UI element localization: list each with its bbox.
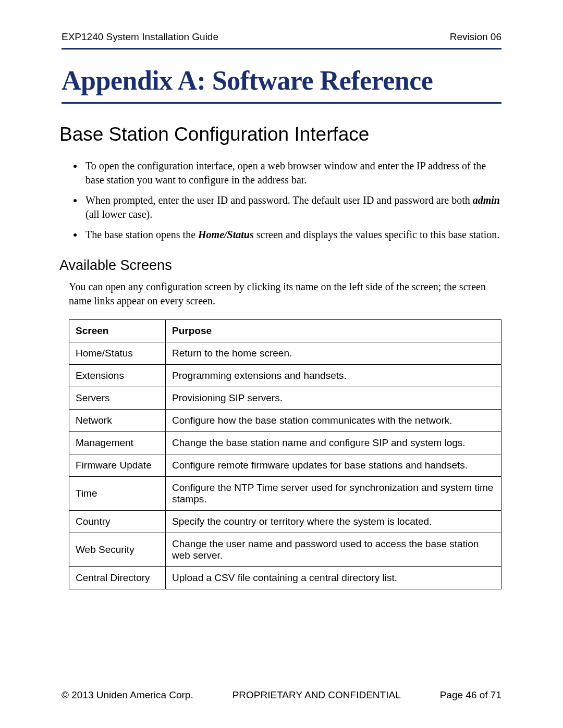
cell-purpose: Provisioning SIP servers.	[166, 387, 501, 410]
page-footer: © 2013 Uniden America Corp. PROPRIETARY …	[62, 689, 501, 701]
bullet-text: The base station opens the	[85, 229, 198, 240]
cell-purpose: Change the base station name and configu…	[166, 432, 501, 454]
col-header-screen: Screen	[69, 320, 166, 342]
header-rule	[62, 48, 501, 50]
bullet-text: (all lower case).	[85, 208, 152, 220]
cell-screen: Management	[69, 432, 166, 454]
footer-copyright: © 2013 Uniden America Corp.	[62, 689, 193, 701]
list-item: When prompted, enter the user ID and pas…	[83, 193, 501, 221]
doc-title: EXP1240 System Installation Guide	[62, 31, 218, 43]
bullet-list: To open the configuration interface, ope…	[62, 159, 501, 242]
list-item: To open the configuration interface, ope…	[83, 159, 501, 187]
screens-table: Screen Purpose Home/StatusReturn to the …	[69, 319, 501, 589]
bullet-text: When prompted, enter the user ID and pas…	[85, 194, 473, 206]
section-heading: Base Station Configuration Interface	[59, 124, 501, 145]
bullet-text: screen and displays the values specific …	[254, 229, 500, 240]
table-row: CountrySpecify the country or territory …	[69, 511, 501, 533]
cell-purpose: Specify the country or territory where t…	[166, 511, 501, 533]
table-row: NetworkConfigure how the base station co…	[69, 410, 501, 432]
table-row: Web SecurityChange the user name and pas…	[69, 533, 501, 567]
appendix-title: Appendix A: Software Reference	[62, 65, 501, 104]
cell-purpose: Programming extensions and handsets.	[166, 365, 501, 387]
table-header-row: Screen Purpose	[69, 320, 501, 342]
table-row: Central DirectoryUpload a CSV file conta…	[69, 567, 501, 589]
cell-screen: Web Security	[69, 533, 166, 567]
cell-purpose: Configure how the base station communica…	[166, 410, 501, 432]
cell-screen: Time	[69, 477, 166, 511]
cell-purpose: Configure the NTP Time server used for s…	[166, 477, 501, 511]
cell-purpose: Return to the home screen.	[166, 342, 501, 365]
cell-screen: Home/Status	[69, 342, 166, 365]
cell-purpose: Change the user name and password used t…	[166, 533, 501, 567]
table-row: ManagementChange the base station name a…	[69, 432, 501, 454]
list-item: The base station opens the Home/Status s…	[83, 228, 501, 242]
footer-confidential: PROPRIETARY AND CONFIDENTIAL	[232, 689, 401, 701]
table-row: ServersProvisioning SIP servers.	[69, 387, 501, 410]
cell-screen: Network	[69, 410, 166, 432]
cell-purpose: Upload a CSV file containing a central d…	[166, 567, 501, 589]
cell-screen: Firmware Update	[69, 454, 166, 477]
table-row: ExtensionsProgramming extensions and han…	[69, 365, 501, 387]
footer-page-number: Page 46 of 71	[440, 689, 501, 701]
bullet-emphasis: admin	[473, 194, 500, 206]
cell-screen: Central Directory	[69, 567, 166, 589]
table-row: Firmware UpdateConfigure remote firmware…	[69, 454, 501, 477]
cell-screen: Extensions	[69, 365, 166, 387]
col-header-purpose: Purpose	[166, 320, 501, 342]
table-row: Home/StatusReturn to the home screen.	[69, 342, 501, 365]
bullet-text: To open the configuration interface, ope…	[85, 160, 486, 186]
page-header: EXP1240 System Installation Guide Revisi…	[62, 31, 501, 48]
revision: Revision 06	[450, 31, 501, 43]
subsection-heading: Available Screens	[59, 257, 501, 274]
cell-purpose: Configure remote firmware updates for ba…	[166, 454, 501, 477]
cell-screen: Country	[69, 511, 166, 533]
table-row: TimeConfigure the NTP Time server used f…	[69, 477, 501, 511]
cell-screen: Servers	[69, 387, 166, 410]
bullet-emphasis: Home/Status	[198, 229, 254, 240]
intro-paragraph: You can open any configuration screen by…	[69, 280, 501, 308]
